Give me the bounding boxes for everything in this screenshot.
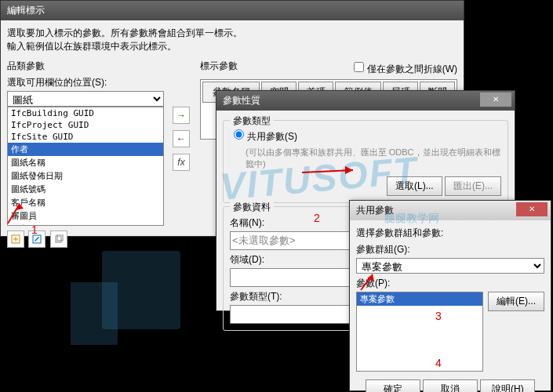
- param-type-group-label: 參數類型: [230, 114, 274, 128]
- shared-param-desc: (可以由多個專案和族群共用、匯出至 ODBC，並出現在明細表和標籤中): [246, 147, 501, 170]
- remove-param-button[interactable]: ←: [173, 130, 190, 147]
- shared-param-radio-label[interactable]: 共用參數(S): [230, 131, 297, 142]
- list-item[interactable]: 圖紙號碼: [8, 183, 163, 196]
- list-item[interactable]: 審圖員: [8, 209, 163, 223]
- param-list-label: 參數(P):: [356, 277, 544, 290]
- edit-param-icon[interactable]: [28, 230, 45, 248]
- list-item[interactable]: IfcSite GUID: [8, 131, 163, 143]
- param-listbox[interactable]: 專案參數: [356, 292, 483, 372]
- available-fields-listbox[interactable]: IfcBuilding GUIDIfcProject GUIDIfcSite G…: [7, 107, 164, 226]
- window1-titlebar[interactable]: 編輯標示: [1, 1, 464, 20]
- shared-param-instruction: 選擇參數群組和參數:: [356, 227, 544, 240]
- cancel-button[interactable]: 取消: [423, 379, 478, 392]
- list-item[interactable]: 圖紙發佈日期: [8, 169, 163, 183]
- list-item[interactable]: IfcBuilding GUID: [8, 107, 163, 119]
- wrap-checkbox[interactable]: [354, 62, 364, 72]
- ok-button[interactable]: 確定: [366, 379, 420, 392]
- edit-button[interactable]: 編輯(E)...: [488, 292, 544, 311]
- field-source-combo[interactable]: 圖紙: [7, 91, 164, 107]
- label-params-label: 標示參數: [200, 60, 238, 76]
- select-param-button[interactable]: 選取(L)...: [387, 176, 442, 196]
- close-icon[interactable]: ✕: [480, 93, 511, 107]
- wrap-checkbox-label[interactable]: 僅在參數之間折線(W): [351, 60, 457, 76]
- instruction-text-2: 輸入範例值以在族群環境中表示此標示。: [7, 40, 457, 53]
- category-label: 品類參數: [7, 60, 164, 73]
- copy-param-icon[interactable]: [50, 230, 67, 248]
- list-item[interactable]: 專案名稱: [8, 223, 163, 226]
- field-select-label: 選取可用欄位的位置(S):: [7, 76, 164, 89]
- add-param-button[interactable]: →: [173, 107, 190, 124]
- window2-titlebar[interactable]: 參數性質 ✕: [216, 91, 515, 111]
- new-param-icon[interactable]: [7, 230, 24, 248]
- list-item[interactable]: 作者: [8, 143, 163, 156]
- list-item[interactable]: IfcProject GUID: [8, 119, 163, 131]
- param-group-combo[interactable]: 專案參數: [356, 258, 544, 274]
- close-icon[interactable]: ✕: [516, 202, 548, 216]
- param-data-group-label: 參數資料: [230, 201, 274, 214]
- fx-button[interactable]: fx: [173, 154, 190, 171]
- list-item[interactable]: 圖紙名稱: [8, 156, 163, 169]
- shared-param-radio[interactable]: [234, 129, 244, 140]
- svg-rect-4: [56, 236, 61, 242]
- list-item[interactable]: 客戶名稱: [8, 196, 163, 209]
- param-group-label: 參數群組(G):: [356, 243, 544, 256]
- help-button[interactable]: 說明(H): [480, 379, 535, 392]
- svg-rect-5: [57, 234, 63, 241]
- window3-titlebar[interactable]: 共用參數 ✕: [350, 201, 551, 220]
- list-item[interactable]: 專案參數: [357, 292, 482, 306]
- instruction-text: 選取要加入標示的參數。所有參數將會組合到單一標示。: [7, 27, 457, 40]
- export-param-button[interactable]: 匯出(E)...: [445, 176, 501, 196]
